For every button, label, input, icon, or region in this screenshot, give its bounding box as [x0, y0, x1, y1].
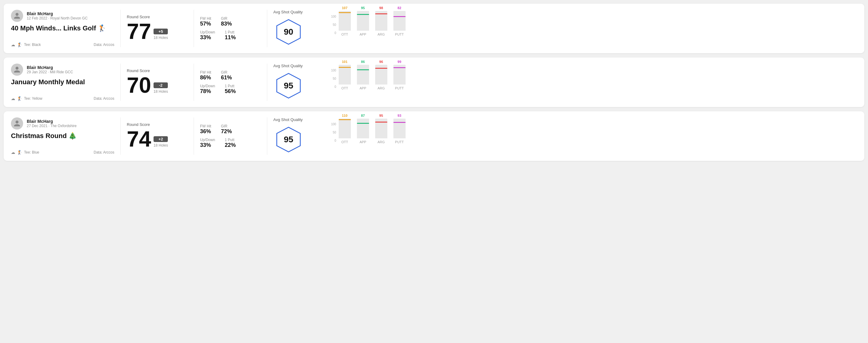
- cloud-icon: ☁: [11, 150, 15, 155]
- bar-value: 99: [398, 60, 401, 64]
- y-axis: 100 50 0: [331, 123, 338, 142]
- bar-axis-label: ARG: [378, 140, 385, 144]
- bar-line: [394, 16, 406, 17]
- divider: [267, 10, 267, 47]
- quality-score: 95: [284, 135, 293, 145]
- score-badge-wrap: +2 18 Holes: [154, 136, 168, 150]
- bar-fill: [339, 13, 351, 31]
- person-icon: [13, 12, 21, 20]
- bar-fill: [394, 123, 406, 138]
- round-card: Blair McHarg 29 Jan 2022 · Mill Ride GCC…: [4, 58, 864, 107]
- oneputt-stat: 1 Putt 11%: [225, 30, 236, 41]
- cloud-icon: ☁: [11, 96, 15, 101]
- bar-value: 107: [342, 6, 347, 10]
- avatar: [11, 64, 23, 76]
- person-icon: [13, 66, 21, 73]
- bar-line: [339, 67, 351, 68]
- score-main: 77 +5 18 Holes: [127, 20, 188, 42]
- bar-axis-label: APP: [360, 140, 366, 144]
- stats-row-top: FW Hit 57% GIR 83%: [200, 17, 261, 27]
- bar-container: [375, 119, 388, 138]
- bar-chart: 110 OTT 87 APP 95 ARG 93: [339, 123, 406, 150]
- bar-axis-label: APP: [360, 86, 366, 90]
- stats-section: FW Hit 36% GIR 72% Up/Down 33% 1 Putt: [200, 117, 261, 155]
- round-score-label: Round Score: [127, 68, 188, 73]
- bar-value: 96: [379, 60, 383, 64]
- stats-row-bottom: Up/Down 33% 1 Putt 22%: [200, 138, 261, 148]
- fw-hit-label: FW Hit: [200, 17, 211, 21]
- gir-label: GIR: [221, 17, 232, 21]
- bar-axis-label: PUTT: [395, 140, 404, 144]
- user-name: Blair McHarg: [27, 119, 76, 124]
- bar-fill: [357, 15, 369, 30]
- gir-label: GIR: [221, 124, 232, 128]
- divider: [120, 117, 121, 155]
- divider: [194, 10, 194, 47]
- oneputt-label: 1 Putt: [225, 138, 236, 142]
- bar-line: [357, 14, 369, 15]
- bar-fill: [394, 68, 406, 85]
- updown-value: 33%: [200, 142, 215, 148]
- bar-container: [357, 119, 369, 138]
- fw-hit-value: 86%: [200, 74, 211, 81]
- stats-section: FW Hit 57% GIR 83% Up/Down 33% 1 Putt: [200, 10, 261, 47]
- hexagon: 95: [275, 126, 302, 153]
- bar-container: [339, 65, 351, 85]
- updown-stat: Up/Down 33%: [200, 138, 215, 148]
- y-label-100: 100: [331, 123, 336, 126]
- updown-label: Up/Down: [200, 84, 215, 88]
- avatar: [11, 117, 23, 129]
- updown-stat: Up/Down 33%: [200, 30, 215, 41]
- bar-container: [357, 65, 369, 85]
- fw-hit-label: FW Hit: [200, 70, 211, 74]
- data-source: Data: Arccos: [94, 150, 114, 154]
- round-left: Blair McHarg 12 Feb 2022 · Royal North D…: [11, 10, 114, 47]
- tee-info: ☁ 🏌 Tee: Blue: [11, 150, 39, 155]
- bar-axis-label: APP: [360, 33, 366, 36]
- holes-label: 18 Holes: [154, 143, 168, 148]
- gir-value: 61%: [221, 74, 232, 81]
- updown-stat: Up/Down 78%: [200, 84, 215, 95]
- stats-row-top: FW Hit 86% GIR 61%: [200, 70, 261, 81]
- user-date: 29 Jan 2022 · Mill Ride GCC: [27, 70, 73, 74]
- bar-fill: [394, 17, 406, 30]
- tee-info: ☁ 🏌 Tee: Yellow: [11, 96, 42, 101]
- bag-icon: 🏌: [17, 42, 22, 47]
- score-diff-badge: +2: [154, 136, 168, 142]
- divider: [267, 64, 267, 101]
- oneputt-stat: 1 Putt 22%: [225, 138, 236, 148]
- hexagon-wrap: 95: [273, 124, 304, 155]
- bar-fill: [339, 68, 351, 85]
- score-section: Round Score 70 -2 18 Holes: [127, 64, 188, 101]
- round-score-label: Round Score: [127, 122, 188, 127]
- fw-hit-stat: FW Hit 36%: [200, 124, 211, 135]
- bar-axis-label: OTT: [341, 140, 348, 144]
- bar-axis-label: OTT: [341, 33, 348, 36]
- bar-container: [375, 65, 388, 85]
- bar-line: [375, 122, 388, 123]
- score-main: 74 +2 18 Holes: [127, 128, 188, 150]
- oneputt-label: 1 Putt: [225, 84, 236, 88]
- tee-label: Tee: Black: [24, 42, 41, 47]
- data-source: Data: Arccos: [94, 96, 114, 101]
- bar-group-app: 95 APP: [357, 6, 369, 36]
- gir-stat: GIR 61%: [221, 70, 232, 81]
- bar-group-ott: 107 OTT: [339, 6, 351, 36]
- divider: [194, 117, 194, 155]
- updown-label: Up/Down: [200, 30, 215, 34]
- gir-value: 72%: [221, 128, 232, 135]
- bar-fill: [375, 123, 388, 138]
- bar-line: [375, 68, 388, 69]
- gir-label: GIR: [221, 70, 232, 74]
- user-date: 12 Feb 2022 · Royal North Devon GC: [27, 16, 88, 20]
- bar-container: [394, 119, 406, 138]
- bar-group-app: 86 APP: [357, 60, 369, 90]
- tee-row: ☁ 🏌 Tee: Yellow Data: Arccos: [11, 96, 114, 101]
- score-number: 74: [127, 128, 151, 150]
- bar-axis-label: OTT: [341, 86, 348, 90]
- score-diff-badge: +5: [154, 29, 168, 34]
- score-badge-wrap: +5 18 Holes: [154, 29, 168, 42]
- bar-fill: [375, 69, 388, 85]
- quality-score: 90: [284, 27, 293, 37]
- bar-axis-label: PUTT: [395, 33, 404, 36]
